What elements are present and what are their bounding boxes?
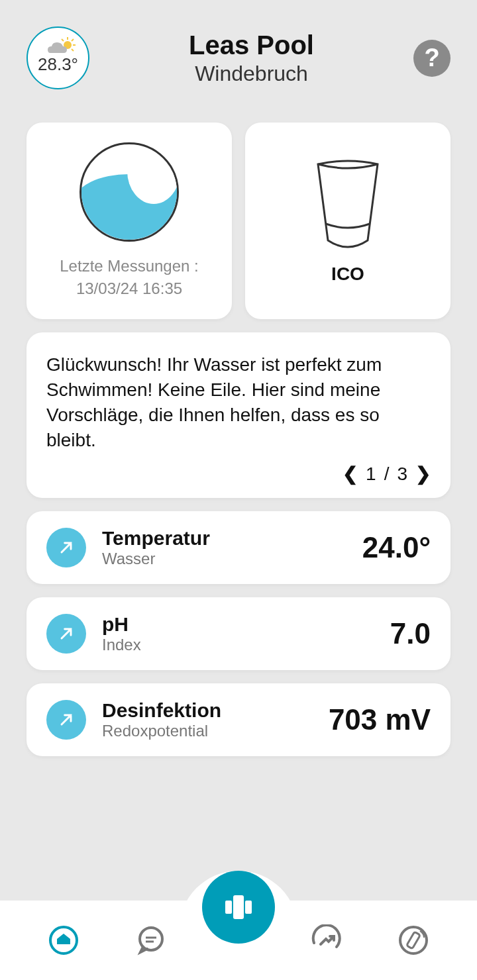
message-pager: ❮ 1 / 3 ❯ [46,463,431,485]
svg-rect-13 [225,901,232,914]
ico-device-icon [311,158,384,250]
columns-icon [219,887,258,927]
next-message-button[interactable]: ❯ [415,463,431,485]
metric-title: Temperatur [102,527,362,550]
help-button[interactable]: ? [413,40,450,77]
nav-chat[interactable] [131,920,171,960]
svg-rect-14 [245,901,252,914]
nav-trends[interactable] [306,920,346,960]
device-label: ICO [331,264,364,285]
message-text: Glückwunsch! Ihr Wasser ist perfekt zum … [46,352,431,452]
metric-sub: Wasser [102,550,362,568]
arrow-up-right-icon [46,528,86,567]
metric-sub: Redoxpotential [102,722,329,740]
prev-message-button[interactable]: ❮ [343,463,358,485]
svg-line-4 [72,49,74,51]
pool-status-card[interactable]: Letzte Messungen : 13/03/24 16:35 [26,122,232,319]
pager-current: 1 [366,464,376,485]
message-card: Glückwunsch! Ihr Wasser ist perfekt zum … [26,332,450,498]
center-action-button[interactable] [202,871,275,944]
page-subtitle: Windebruch [89,62,413,86]
weather-badge[interactable]: 28.3° [26,26,89,89]
pager-total: 3 [397,464,407,485]
pool-level-icon [80,142,179,242]
question-icon: ? [424,44,439,72]
svg-rect-11 [407,932,421,949]
nav-remote[interactable] [394,920,433,960]
page-title: Leas Pool [89,30,413,60]
metric-value: 24.0° [362,531,431,564]
metric-title: pH [102,613,390,636]
metric-title: Desinfektion [102,699,329,722]
svg-line-5 [62,39,64,41]
metric-value: 703 mV [329,703,431,736]
svg-point-10 [400,927,427,954]
svg-line-3 [72,39,74,41]
sun-cloud-icon [45,37,78,58]
device-card[interactable]: ICO [245,122,450,319]
arrow-up-right-icon [46,614,86,654]
pager-sep: / [384,464,390,485]
measurement-label: Letzte Messungen : 13/03/24 16:35 [60,255,198,299]
svg-rect-12 [233,895,244,919]
metric-disinfection[interactable]: Desinfektion Redoxpotential 703 mV [26,683,450,756]
header: 28.3° Leas Pool Windebruch ? [0,0,477,103]
metric-sub: Index [102,636,390,654]
metric-value: 7.0 [390,617,431,650]
nav-home[interactable] [44,920,83,960]
metric-temperature[interactable]: Temperatur Wasser 24.0° [26,511,450,584]
measurement-time: 13/03/24 16:35 [76,279,182,297]
title-block: Leas Pool Windebruch [89,30,413,86]
arrow-up-right-icon [46,700,86,740]
metric-ph[interactable]: pH Index 7.0 [26,597,450,670]
